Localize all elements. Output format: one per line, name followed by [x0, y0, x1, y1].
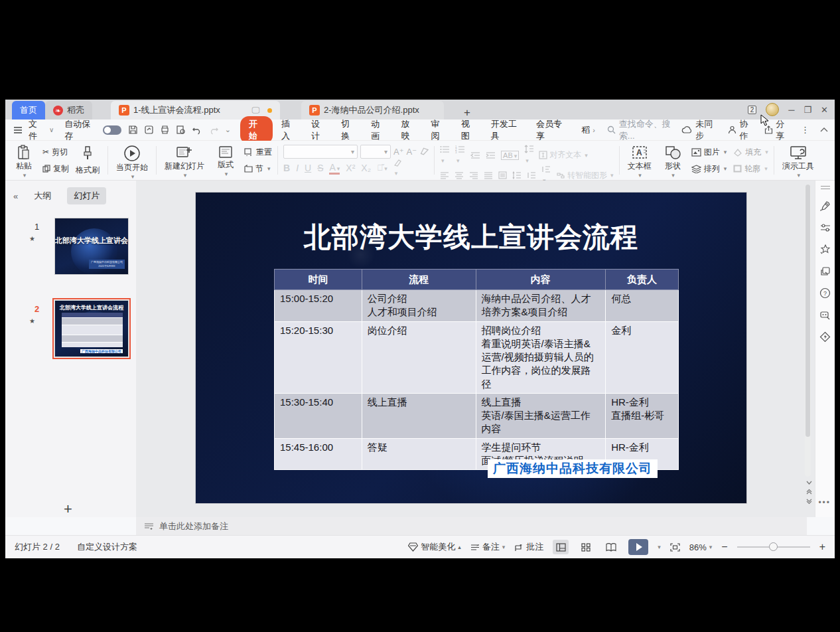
sync-status[interactable]: 未同步: [681, 118, 717, 142]
align-text-button[interactable]: 对齐文本: [539, 149, 588, 161]
notes-bar[interactable]: 单击此处添加备注: [136, 517, 807, 535]
new-slide-button[interactable]: 新建幻灯片: [162, 143, 207, 177]
autosave-control[interactable]: 自动保存: [64, 118, 121, 142]
text-box-button[interactable]: A 文本框: [625, 143, 654, 177]
section-button[interactable]: 节: [244, 161, 272, 176]
slideshow-play-button[interactable]: [628, 539, 648, 555]
format-painter-button[interactable]: 格式刷: [73, 143, 102, 177]
distribute-button[interactable]: [498, 171, 507, 179]
restore-button[interactable]: ❐: [804, 105, 811, 115]
smart-beautify-button[interactable]: 智能美化 ▴: [408, 541, 461, 553]
add-slide-button[interactable]: +: [64, 501, 72, 518]
italic-button[interactable]: I: [296, 163, 299, 173]
file-menu-button[interactable]: 文件 ∨: [13, 118, 54, 142]
fill-button[interactable]: 填充: [733, 145, 768, 159]
subscript-button[interactable]: X₂: [361, 163, 371, 173]
collaborate-button[interactable]: 协作: [728, 118, 754, 142]
home-tab[interactable]: 首页: [12, 101, 45, 119]
fit-window-icon[interactable]: [670, 543, 680, 552]
copy-button[interactable]: 复制: [42, 161, 69, 176]
company-name-label[interactable]: 广西海纳中品科技有限公司: [488, 459, 658, 478]
strikethrough-button[interactable]: S: [317, 163, 323, 173]
assistant-robot-icon[interactable]: [819, 310, 831, 320]
reading-view-button[interactable]: [603, 540, 619, 554]
highlight-button[interactable]: [393, 159, 402, 177]
decrease-font-icon[interactable]: A⁻: [407, 147, 417, 157]
slides-tab[interactable]: 幻灯片: [67, 187, 106, 204]
to-smart-graphic-button[interactable]: 转智能图形: [556, 170, 614, 181]
font-color-button[interactable]: A: [329, 162, 340, 175]
print-icon[interactable]: [160, 125, 170, 135]
play-options-chevron-icon[interactable]: ▾: [658, 544, 661, 550]
close-button[interactable]: ✕: [821, 105, 828, 115]
slide-sorter-view-button[interactable]: [578, 540, 594, 554]
underline-button[interactable]: U: [305, 163, 311, 173]
help-icon[interactable]: ?: [819, 287, 831, 299]
more-tools-dots-icon[interactable]: •••: [818, 498, 831, 507]
tab-devtools[interactable]: 开发工具: [485, 116, 527, 144]
doc-switcher-button[interactable]: 2: [748, 106, 757, 114]
tab-animation[interactable]: 动画: [365, 116, 392, 144]
text-direction-button[interactable]: AB: [501, 151, 519, 160]
normal-view-button[interactable]: [553, 540, 569, 554]
line-spacing-button[interactable]: [524, 145, 533, 165]
bullet-list-button[interactable]: [440, 145, 450, 165]
bold-button[interactable]: B: [283, 163, 290, 173]
redo-icon[interactable]: [208, 125, 219, 135]
settings-sliders-icon[interactable]: [820, 223, 831, 232]
cut-button[interactable]: ✂剪切: [42, 145, 69, 159]
paste-button[interactable]: 粘贴: [9, 143, 38, 177]
para-spacing-2-button[interactable]: [527, 171, 536, 179]
justify-button[interactable]: [484, 172, 493, 179]
font-size-combo[interactable]: ▾: [360, 145, 391, 159]
decrease-indent-button[interactable]: [470, 151, 480, 159]
reset-button[interactable]: 重置: [244, 145, 272, 159]
align-center-button[interactable]: [455, 172, 464, 179]
shapes-button[interactable]: 形状: [658, 143, 687, 177]
vertical-scrollbar[interactable]: [805, 185, 811, 477]
undo-icon[interactable]: [192, 125, 202, 135]
tab-home[interactable]: 开始: [240, 116, 273, 144]
tab-design[interactable]: 设计: [305, 116, 332, 144]
notes-toggle-button[interactable]: 备注 ▾: [470, 541, 506, 553]
play-from-current-button[interactable]: 当页开始: [113, 143, 151, 177]
slide-canvas[interactable]: 北部湾大学线上宣讲会流程 时间 流程 内容 负责人 15:00-15:20 公司…: [196, 193, 746, 503]
minimize-button[interactable]: ─: [788, 105, 794, 115]
slide-layout-button[interactable]: 版式: [211, 143, 240, 177]
design-scheme-button[interactable]: 自定义设计方案: [77, 541, 137, 553]
presentation-tools-button[interactable]: 演示工具: [780, 143, 817, 177]
panel-drag-handle[interactable]: [821, 186, 830, 189]
tab-transition[interactable]: 切换: [335, 116, 362, 144]
comments-button[interactable]: 批注: [514, 541, 543, 553]
increase-font-icon[interactable]: A⁺: [393, 147, 404, 157]
font-family-combo[interactable]: ▾: [283, 145, 358, 159]
superscript-button[interactable]: X²: [346, 163, 355, 173]
save-icon[interactable]: [128, 125, 138, 135]
arrange-button[interactable]: 排列: [691, 161, 727, 176]
slide-thumbnail-1[interactable]: 北部湾大学线上宣讲会 广西海纳中品科技有限公司 2022年6月8日: [54, 218, 129, 275]
autosave-toggle[interactable]: [103, 125, 121, 135]
slide-thumbnail-2[interactable]: 北部湾大学线上宣讲会流程 广西海纳中品科技有限公司: [54, 300, 129, 357]
collapse-ribbon-icon[interactable]: [820, 127, 828, 133]
zoom-percent-button[interactable]: 86% ▾: [689, 542, 713, 552]
para-spacing-1-button[interactable]: [512, 171, 522, 179]
outline-button[interactable]: 轮廓: [733, 161, 768, 176]
zoom-slider[interactable]: [737, 546, 810, 548]
previous-slide-icon[interactable]: [806, 489, 812, 495]
zoom-in-button[interactable]: +: [819, 541, 825, 553]
tab-member[interactable]: 会员专享: [530, 116, 573, 144]
slide-title[interactable]: 北部湾大学线上宣讲会流程: [196, 219, 746, 256]
print-preview-icon[interactable]: [176, 125, 186, 135]
collapse-panel-icon[interactable]: «: [13, 191, 18, 201]
scroll-down-icon[interactable]: [806, 481, 812, 485]
agenda-table[interactable]: 时间 流程 内容 负责人 15:00-15:20 公司介绍 人才和项目介绍 海纳…: [274, 269, 679, 470]
align-left-button[interactable]: [440, 172, 449, 179]
docer-tab[interactable]: ❧ 稻壳: [45, 101, 92, 119]
tab-docer-truncated[interactable]: 稻: [575, 122, 590, 138]
rocket-icon[interactable]: [819, 200, 831, 212]
duplicate-layers-icon[interactable]: [820, 266, 831, 276]
zoom-out-button[interactable]: −: [721, 541, 727, 553]
tab-slideshow[interactable]: 放映: [395, 116, 422, 144]
zoom-slider-knob[interactable]: [769, 542, 778, 551]
member-diamond-icon[interactable]: [819, 331, 831, 343]
